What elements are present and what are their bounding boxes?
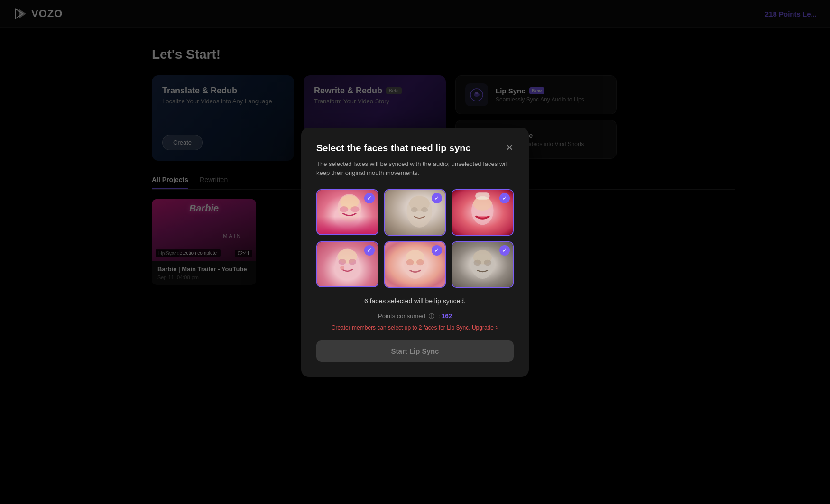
svg-point-10: [340, 206, 348, 212]
points-consumed-row: Points consumed ⓘ : 162: [316, 312, 514, 321]
info-icon: ⓘ: [429, 313, 434, 320]
face-item-1[interactable]: ✓: [316, 189, 378, 236]
svg-point-23: [340, 266, 344, 270]
upgrade-link[interactable]: Upgrade >: [472, 324, 498, 331]
svg-point-26: [406, 259, 414, 265]
svg-point-31: [484, 259, 491, 266]
svg-point-15: [421, 207, 428, 212]
face-check-4: ✓: [364, 245, 375, 256]
face-grid: ✓ ✓: [316, 189, 514, 288]
svg-point-14: [411, 207, 417, 212]
face-check-1: ✓: [364, 193, 375, 203]
modal-title: Select the faces that need lip sync: [316, 143, 471, 154]
upgrade-note-text: Creator members can select up to 2 faces…: [332, 324, 470, 331]
face-item-5[interactable]: ✓: [384, 241, 446, 288]
lip-sync-modal: Select the faces that need lip sync ✕ Th…: [301, 128, 529, 377]
selected-count: 6 faces selected will be lip synced.: [316, 297, 514, 305]
modal-close-button[interactable]: ✕: [506, 143, 514, 152]
face-check-5: ✓: [432, 245, 442, 256]
svg-point-27: [416, 259, 424, 265]
points-label: Points consumed: [378, 312, 425, 320]
points-value: 162: [442, 312, 452, 320]
svg-point-30: [474, 259, 481, 266]
modal-overlay[interactable]: Select the faces that need lip sync ✕ Th…: [0, 0, 830, 504]
svg-point-21: [339, 258, 346, 265]
face-item-6[interactable]: ✓: [452, 241, 514, 288]
svg-point-11: [350, 206, 359, 212]
face-check-6: ✓: [499, 245, 510, 256]
modal-header: Select the faces that need lip sync ✕: [316, 143, 514, 154]
selected-count-text: 6 faces selected will be lip synced.: [364, 297, 466, 305]
modal-subtitle: The selected faces will be synced with t…: [316, 159, 514, 178]
start-lip-sync-button[interactable]: Start Lip Sync: [316, 340, 514, 362]
face-check-2: ✓: [432, 193, 442, 203]
svg-rect-18: [475, 192, 489, 199]
face-item-2[interactable]: ✓: [384, 189, 446, 236]
face-item-3[interactable]: ✓: [452, 189, 514, 236]
face-check-3: ✓: [499, 193, 510, 203]
svg-point-22: [349, 258, 356, 265]
face-item-4[interactable]: ✓: [316, 241, 378, 288]
upgrade-note: Creator members can select up to 2 faces…: [316, 324, 514, 331]
